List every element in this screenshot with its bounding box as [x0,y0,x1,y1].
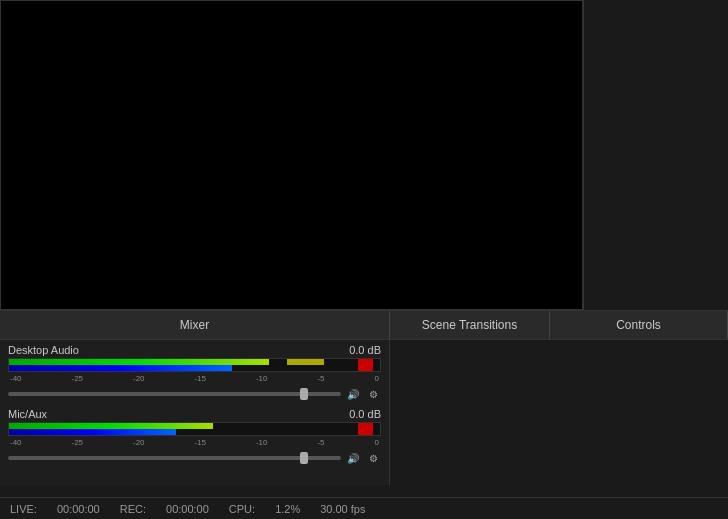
mic-aux-slider-thumb [300,452,308,464]
rec-time: 00:00:00 [166,503,209,515]
controls-section-header: Controls [550,311,728,339]
mixer-area: Desktop Audio 0.0 dB -40 -25 -20 -15 -10… [0,340,390,485]
live-label: LIVE: [10,503,37,515]
desktop-audio-meter [8,358,381,372]
desktop-audio-header: Desktop Audio 0.0 dB [8,344,381,356]
fps-value: 30.00 fps [320,503,365,515]
mic-aux-meter [8,422,381,436]
desktop-audio-channel: Desktop Audio 0.0 dB -40 -25 -20 -15 -10… [8,344,381,402]
desktop-audio-slider[interactable] [8,392,341,396]
mic-aux-settings-btn[interactable]: ⚙ [365,450,381,466]
mic-meter-blue [9,429,176,435]
mic-aux-header: Mic/Aux 0.0 dB [8,408,381,420]
desktop-audio-settings-btn[interactable]: ⚙ [365,386,381,402]
mic-aux-channel: Mic/Aux 0.0 dB -40 -25 -20 -15 -10 -5 0 [8,408,381,466]
main-preview [0,0,583,310]
desktop-audio-scale: -40 -25 -20 -15 -10 -5 0 [8,374,381,383]
desktop-meter-red [358,359,373,371]
rec-label: REC: [120,503,146,515]
mic-aux-mute-btn[interactable]: 🔊 [345,450,361,466]
cpu-label: CPU: [229,503,255,515]
desktop-audio-mute-btn[interactable]: 🔊 [345,386,361,402]
desktop-audio-db: 0.0 dB [349,344,381,356]
mic-aux-db: 0.0 dB [349,408,381,420]
cpu-value: 1.2% [275,503,300,515]
preview-area [0,0,728,310]
live-time: 00:00:00 [57,503,100,515]
mixer-section-header: Mixer [0,311,390,339]
section-headers: Mixer Scene Transitions Controls [0,310,728,340]
side-panel [583,0,728,310]
desktop-audio-controls: 🔊 ⚙ [8,386,381,402]
status-bar: LIVE: 00:00:00 REC: 00:00:00 CPU: 1.2% 3… [0,497,728,519]
mic-meter-red [358,423,373,435]
transitions-section-header: Scene Transitions [390,311,550,339]
desktop-audio-slider-thumb [300,388,308,400]
mic-aux-slider[interactable] [8,456,341,460]
desktop-audio-label: Desktop Audio [8,344,79,356]
mic-aux-controls: 🔊 ⚙ [8,450,381,466]
mic-aux-scale: -40 -25 -20 -15 -10 -5 0 [8,438,381,447]
mic-aux-label: Mic/Aux [8,408,47,420]
desktop-meter-yellow [287,359,324,365]
desktop-meter-blue [9,365,232,371]
main-content: Desktop Audio 0.0 dB -40 -25 -20 -15 -10… [0,340,728,485]
